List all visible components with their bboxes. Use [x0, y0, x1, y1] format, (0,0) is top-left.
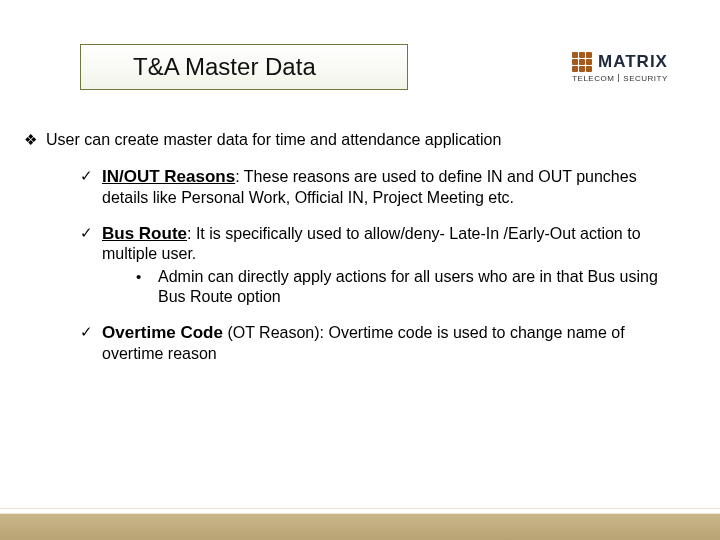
footer-bar [0, 514, 720, 540]
dot-bullet-icon: • [136, 267, 158, 308]
item-content: IN/OUT Reasons: These reasons are used t… [102, 166, 684, 208]
bullet-level2: ✓ IN/OUT Reasons: These reasons are used… [80, 166, 684, 208]
slide: { "header": { "title": "T&A Master Data"… [0, 0, 720, 540]
bullet-level2: ✓ Bus Route: It is specifically used to … [80, 223, 684, 308]
item-lead: Overtime Code [102, 323, 223, 342]
divider-icon [618, 74, 619, 82]
content-body: ❖ User can create master data for time a… [24, 130, 684, 378]
level1-text: User can create master data for time and… [46, 130, 501, 150]
item-content: Overtime Code (OT Reason): Overtime code… [102, 322, 684, 364]
check-icon: ✓ [80, 322, 102, 364]
subitem-text: Admin can directly apply actions for all… [158, 267, 684, 308]
item-content: Bus Route: It is specifically used to al… [102, 223, 684, 265]
logo-brand-text: MATRIX [598, 52, 668, 72]
logo-mark-icon [572, 52, 592, 72]
bullet-level1: ❖ User can create master data for time a… [24, 130, 684, 150]
brand-logo: MATRIX TELECOM SECURITY [552, 42, 688, 92]
bullet-level3: • Admin can directly apply actions for a… [136, 267, 684, 308]
check-icon: ✓ [80, 223, 102, 265]
header: T&A Master Data MATRIX TELECOM SECURITY [0, 44, 720, 94]
slide-title: T&A Master Data [133, 53, 316, 81]
item-lead: IN/OUT Reasons [102, 167, 235, 186]
logo-sub-left: TELECOM [572, 74, 614, 83]
check-icon: ✓ [80, 166, 102, 208]
item-paren: (OT Reason): [227, 324, 328, 341]
logo-sub-right: SECURITY [623, 74, 667, 83]
logo-subtext: TELECOM SECURITY [572, 74, 668, 83]
bullet-level2: ✓ Overtime Code (OT Reason): Overtime co… [80, 322, 684, 364]
item-lead: Bus Route [102, 224, 187, 243]
diamond-bullet-icon: ❖ [24, 130, 46, 150]
title-box: T&A Master Data [80, 44, 408, 90]
